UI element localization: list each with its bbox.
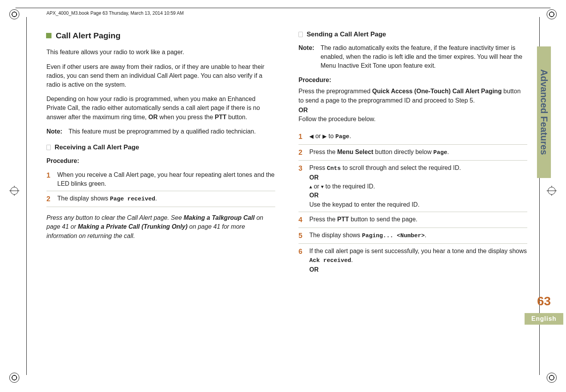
crop-mark-icon xyxy=(9,373,19,383)
step-list: 1 When you receive a Call Alert page, yo… xyxy=(46,168,275,207)
or-text: OR xyxy=(298,106,527,115)
body-text: Depending on how your radio is programme… xyxy=(46,94,275,122)
body-text: Follow the procedure below. xyxy=(298,115,527,123)
right-column: Sending a Call Alert Page Note: The radi… xyxy=(298,30,527,277)
list-item: 1 ◀ or ▶ to Page. xyxy=(298,129,527,145)
step-number: 2 xyxy=(46,194,52,204)
right-arrow-icon: ▶ xyxy=(322,133,327,139)
step-number: 1 xyxy=(46,170,52,188)
note-block: Note: The radio automatically exits the … xyxy=(298,43,527,70)
page-header: APX_4000_M3.book Page 63 Thursday, March… xyxy=(46,10,551,16)
note-text: The radio automatically exits the featur… xyxy=(321,43,527,70)
language-label: English xyxy=(525,313,564,325)
list-item: 2 Press the Menu Select button directly … xyxy=(298,145,527,161)
procedure-label: Procedure: xyxy=(298,75,527,84)
step-number: 3 xyxy=(298,163,304,209)
step-number: 4 xyxy=(298,215,304,225)
page-icon xyxy=(298,32,303,37)
body-text: Press the preprogrammed Quick Access (On… xyxy=(298,87,527,104)
list-item: 6 If the call alert page is sent success… xyxy=(298,244,527,277)
step-number: 1 xyxy=(298,132,304,142)
body-text-italic: Press any button to clear the Call Alert… xyxy=(46,213,275,240)
page-number: 63 xyxy=(537,294,551,308)
step-text: When you receive a Call Alert page, you … xyxy=(57,170,275,188)
step-list: 1 ◀ or ▶ to Page. 2 Press the Menu Selec… xyxy=(298,129,527,277)
subsection-title: Sending a Call Alert Page xyxy=(307,30,386,39)
left-arrow-icon: ◀ xyxy=(309,133,314,139)
list-item: 1 When you receive a Call Alert page, yo… xyxy=(46,168,275,191)
step-text: Press the PTT button to send the page. xyxy=(309,215,527,225)
sidebar: Advanced Features 63 English xyxy=(536,46,552,325)
note-label: Note: xyxy=(298,43,314,70)
step-text: Press the Menu Select button directly be… xyxy=(309,147,527,157)
registration-mark-icon xyxy=(9,186,19,196)
crop-mark-icon xyxy=(547,373,557,383)
step-text: The display shows Page received. xyxy=(57,194,275,204)
up-arrow-icon: ▴ xyxy=(309,183,312,190)
header-divider xyxy=(15,8,551,8)
section-title: Call Alert Paging xyxy=(56,30,120,41)
crop-mark-icon xyxy=(9,9,19,19)
body-text: Even if other users are away from their … xyxy=(46,62,275,89)
section-tab: Advanced Features xyxy=(537,46,551,178)
page-icon xyxy=(46,145,51,150)
step-number: 6 xyxy=(298,246,304,274)
section-bullet-icon xyxy=(46,33,51,38)
note-block: Note: This feature must be preprogrammed… xyxy=(46,127,275,136)
list-item: 4 Press the PTT button to send the page. xyxy=(298,212,527,228)
subsection-title: Receiving a Call Alert Page xyxy=(55,143,139,152)
step-number: 5 xyxy=(298,231,304,241)
step-text: Press Cnts to scroll through and select … xyxy=(309,163,527,209)
left-column: Call Alert Paging This feature allows yo… xyxy=(46,30,275,277)
step-text: The display shows Paging... <Number>. xyxy=(309,231,527,241)
crop-mark-icon xyxy=(547,9,557,19)
procedure-label: Procedure: xyxy=(46,156,275,165)
step-text: ◀ or ▶ to Page. xyxy=(309,132,527,142)
body-text: This feature allows your radio to work l… xyxy=(46,48,275,56)
note-text: This feature must be preprogrammed by a … xyxy=(69,127,256,136)
list-item: 2 The display shows Page received. xyxy=(46,191,275,207)
step-number: 2 xyxy=(298,147,304,157)
note-label: Note: xyxy=(46,127,62,136)
list-item: 5 The display shows Paging... <Number>. xyxy=(298,228,527,244)
list-item: 3 Press Cnts to scroll through and selec… xyxy=(298,161,527,212)
step-text: If the call alert page is sent successfu… xyxy=(309,246,527,274)
